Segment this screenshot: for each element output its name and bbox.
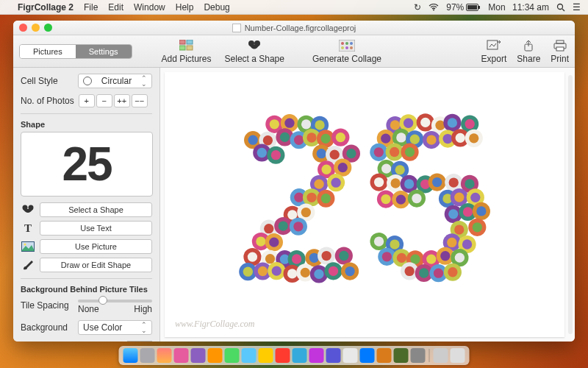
app-window: Number-Collage.figrcollageproj Pictures …	[13, 21, 575, 342]
wifi-icon[interactable]	[429, 4, 439, 11]
brush-icon	[21, 258, 35, 272]
dock-app7[interactable]	[225, 348, 240, 363]
svg-point-195	[243, 267, 253, 277]
dock-app14[interactable]	[343, 348, 358, 363]
dock-app5[interactable]	[191, 348, 206, 363]
dock-app13[interactable]	[326, 348, 341, 363]
select-shape-icon	[246, 39, 262, 52]
menu-file[interactable]: File	[84, 2, 98, 13]
dock-finder[interactable]	[123, 348, 138, 363]
svg-point-217	[448, 267, 457, 277]
svg-point-69	[426, 135, 436, 144]
svg-rect-6	[179, 40, 185, 44]
dock-app6[interactable]	[208, 348, 223, 363]
dock-app17[interactable]	[394, 348, 409, 363]
dock-app16[interactable]	[377, 348, 392, 363]
svg-point-135	[470, 193, 480, 202]
toolbar-print[interactable]: Print	[551, 39, 569, 64]
dock-safari[interactable]	[140, 348, 155, 363]
photos-minus-button[interactable]: −	[96, 94, 112, 107]
tab-pictures[interactable]: Pictures	[20, 45, 76, 58]
svg-rect-3	[478, 6, 480, 9]
svg-point-197	[258, 266, 268, 276]
traffic-light-zoom[interactable]	[44, 24, 52, 32]
dock-app12[interactable]	[309, 348, 324, 363]
tab-settings[interactable]: Settings	[76, 45, 132, 58]
macos-dock[interactable]	[119, 346, 470, 365]
menu-debug[interactable]: Debug	[204, 2, 229, 13]
cell-style-select[interactable]: Circular ⌃⌄	[78, 74, 152, 88]
svg-point-121	[306, 193, 316, 202]
svg-point-31	[284, 118, 294, 128]
svg-point-213	[419, 268, 429, 277]
notification-center-icon[interactable]: ☰	[573, 2, 581, 13]
menu-edit[interactable]: Edit	[108, 2, 123, 13]
dock-app11[interactable]	[293, 348, 307, 363]
vertical-scrollbar[interactable]	[568, 75, 573, 334]
svg-point-185	[397, 253, 406, 263]
svg-point-4	[558, 4, 563, 9]
svg-point-205	[314, 269, 323, 279]
svg-point-145	[476, 206, 486, 216]
app-menu[interactable]: FigrCollage 2	[18, 2, 74, 13]
dock-app9[interactable]	[259, 348, 273, 363]
traffic-light-minimize[interactable]	[32, 24, 40, 32]
draw-edit-shape-button[interactable]: Draw or Edit Shape	[40, 258, 152, 272]
text-icon: T	[21, 222, 35, 235]
select-shape-button[interactable]: Select a Shape	[40, 202, 152, 217]
toolbar-generate-collage[interactable]: Generate Collage	[312, 39, 381, 64]
tab-segmented-control[interactable]: Pictures Settings	[19, 44, 132, 59]
battery-status[interactable]: 97%	[446, 2, 481, 13]
background-select[interactable]: Use Color ⌃⌄	[78, 320, 152, 335]
use-text-button[interactable]: Use Text	[40, 221, 152, 236]
svg-rect-8	[179, 46, 185, 50]
dock-downloads[interactable]	[434, 348, 448, 363]
photos-plusplus-button[interactable]: ++	[114, 94, 130, 107]
traffic-light-close[interactable]	[19, 24, 27, 32]
dock-app15[interactable]	[360, 348, 375, 363]
svg-point-99	[395, 165, 404, 174]
svg-point-17	[345, 46, 348, 49]
svg-point-0	[433, 9, 434, 10]
svg-point-85	[346, 149, 356, 158]
toolbar-select-shape[interactable]: Select a Shape	[225, 39, 284, 64]
svg-point-133	[454, 192, 464, 202]
bg-color-swatch[interactable]	[127, 341, 152, 342]
svg-point-87	[374, 147, 384, 157]
svg-point-81	[317, 149, 326, 158]
dock-app8[interactable]	[242, 348, 257, 363]
svg-point-59	[320, 134, 330, 144]
svg-point-75	[469, 133, 478, 143]
svg-point-167	[462, 239, 472, 249]
dock-trash[interactable]	[451, 348, 465, 363]
circle-icon	[83, 77, 92, 85]
tile-spacing-slider[interactable]: NoneHigh	[78, 297, 152, 314]
use-picture-button[interactable]: Use Picture	[40, 239, 152, 254]
shape-preview[interactable]: 25	[21, 132, 153, 197]
clock[interactable]: Mon 11:34 am	[488, 2, 549, 13]
photos-plus-button[interactable]: +	[79, 94, 95, 107]
svg-point-117	[465, 179, 474, 188]
svg-point-49	[248, 135, 257, 145]
dock-app10[interactable]	[276, 348, 290, 363]
photos-minusminus-button[interactable]: −−	[132, 94, 148, 107]
svg-point-183	[382, 252, 392, 261]
toolbar-share[interactable]: Share	[517, 39, 540, 64]
collage-shape-25	[165, 72, 564, 339]
dock-app18[interactable]	[411, 348, 426, 363]
shapes-icon	[21, 203, 35, 216]
collage-canvas[interactable]: www.FigrCollage.com	[165, 72, 564, 337]
menu-window[interactable]: Window	[134, 2, 165, 13]
svg-point-201	[287, 269, 297, 278]
time-machine-icon[interactable]: ↻	[414, 2, 421, 13]
svg-point-203	[301, 268, 310, 277]
menu-help[interactable]: Help	[176, 2, 194, 13]
dock-calendar[interactable]	[157, 348, 172, 363]
document-proxy-icon[interactable]	[232, 24, 241, 32]
svg-point-13	[341, 42, 344, 45]
toolbar-export[interactable]: Export	[481, 39, 507, 64]
dock-app4[interactable]	[174, 348, 189, 363]
toolbar-add-pictures[interactable]: Add Pictures	[162, 39, 212, 64]
svg-rect-7	[187, 40, 193, 44]
spotlight-icon[interactable]	[556, 3, 565, 12]
